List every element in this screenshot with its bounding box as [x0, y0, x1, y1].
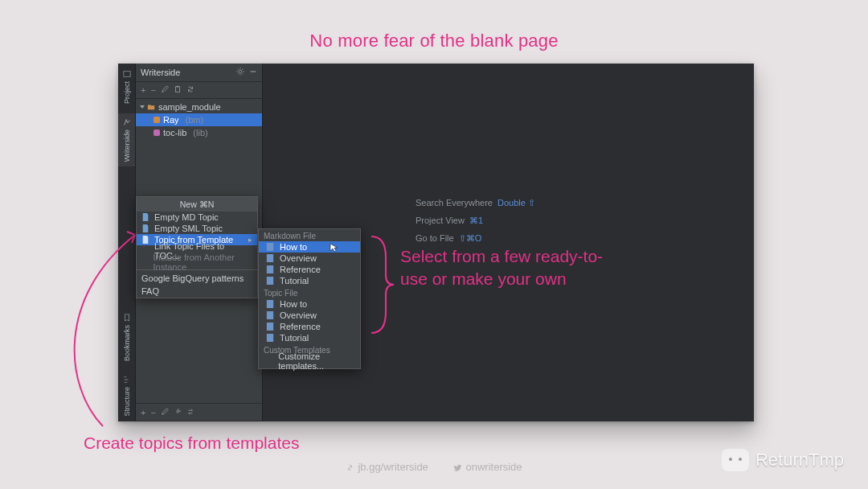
svg-rect-11 — [267, 334, 273, 342]
clipboard-icon[interactable] — [174, 85, 182, 95]
menu-item-empty-md[interactable]: Empty MD Topic — [137, 212, 257, 223]
menu-item-empty-sml[interactable]: Empty SML Topic — [137, 223, 257, 234]
svg-rect-4 — [267, 243, 273, 251]
doc-icon — [141, 213, 149, 221]
sidebar-toolbar-mid: + − — [136, 404, 262, 421]
add-icon[interactable]: + — [141, 85, 145, 95]
svg-rect-5 — [267, 254, 273, 262]
edit-icon[interactable] — [161, 85, 169, 95]
menu-header: New ⌘N — [137, 197, 257, 212]
strip-project[interactable]: Project — [118, 65, 135, 109]
svg-rect-7 — [267, 277, 273, 285]
caption-select: Select from a few ready-to-use or make y… — [400, 245, 609, 291]
new-menu[interactable]: New ⌘N Empty MD Topic Empty SML Topic To… — [136, 196, 258, 298]
topic-icon — [154, 117, 160, 123]
tree-label: Ray — [163, 115, 179, 125]
svg-rect-6 — [267, 265, 273, 273]
twitter-icon — [453, 463, 462, 472]
submenu-item-reference[interactable]: Reference — [259, 264, 360, 275]
project-icon — [123, 70, 131, 78]
tree-item-toclib[interactable]: toc-lib (lib) — [136, 126, 262, 139]
tree-label: sample_module — [158, 102, 221, 112]
footer-link[interactable]: jb.gg/writerside — [339, 459, 434, 475]
gear-icon[interactable] — [236, 68, 244, 77]
submenu-item-tutorial[interactable]: Tutorial — [259, 275, 360, 286]
folder-icon — [147, 103, 155, 111]
cursor-icon — [330, 243, 339, 253]
hide-icon[interactable] — [249, 68, 257, 77]
template-submenu[interactable]: Markdown File How to Overview Reference … — [258, 228, 361, 369]
submenu-group-md: Markdown File — [259, 229, 360, 241]
wechat-icon — [722, 449, 749, 471]
strip-bookmarks[interactable]: Bookmarks — [118, 309, 135, 366]
swap-icon[interactable] — [186, 408, 194, 417]
structure-icon — [123, 376, 131, 384]
footer-twitter[interactable]: onwriterside — [447, 459, 528, 475]
topic-icon — [154, 129, 160, 136]
tree-item-ray[interactable]: Ray (bm) — [136, 113, 262, 126]
tree-module[interactable]: sample_module — [136, 101, 262, 113]
tree: sample_module Ray (bm) toc-lib (lib) — [136, 99, 262, 141]
strip-writerside[interactable]: Writerside — [118, 113, 135, 166]
disclosure-icon[interactable] — [140, 105, 145, 109]
submenu-item-howto2[interactable]: How to — [259, 298, 360, 310]
strip-structure[interactable]: Structure — [118, 371, 135, 421]
sync-icon[interactable] — [186, 85, 194, 95]
submenu-item-tutorial2[interactable]: Tutorial — [259, 332, 360, 343]
headline: No more fear of the blank page — [0, 31, 868, 51]
doc-icon — [141, 224, 149, 232]
svg-point-1 — [239, 70, 242, 73]
link-icon — [346, 463, 354, 472]
editor-placeholder: Search EverywhereDouble ⇧ Project View⌘1… — [416, 194, 535, 247]
svg-rect-2 — [175, 87, 179, 92]
toolwindow-strip: Project Writerside Bookmarks Structure — [118, 64, 136, 421]
watermark: ReturnTmp — [722, 449, 844, 471]
svg-rect-0 — [123, 72, 129, 77]
svg-rect-10 — [267, 323, 273, 331]
menu-item-include-another: Include from Another Instance — [137, 257, 257, 268]
wrench-icon[interactable] — [174, 408, 182, 417]
remove-icon[interactable]: − — [150, 85, 155, 95]
submenu-item-customize[interactable]: Customize templates... — [259, 355, 360, 367]
tree-label: toc-lib — [163, 128, 186, 138]
add-icon[interactable]: + — [141, 408, 145, 417]
sidebar-toolbar-top: + − — [136, 81, 262, 99]
bookmark-icon — [123, 314, 131, 322]
doc-icon — [141, 236, 149, 244]
template-icon — [265, 243, 275, 251]
sidebar-title: Writerside — [141, 68, 231, 77]
submenu-item-reference2[interactable]: Reference — [259, 321, 360, 332]
submenu-item-howto[interactable]: How to — [259, 241, 360, 253]
edit-icon[interactable] — [161, 408, 169, 417]
menu-item-faq[interactable]: FAQ — [137, 285, 257, 298]
remove-icon[interactable]: − — [150, 408, 155, 417]
submenu-item-overview[interactable]: Overview — [259, 253, 360, 264]
svg-rect-8 — [267, 300, 273, 308]
submenu-item-overview2[interactable]: Overview — [259, 310, 360, 321]
menu-item-bigquery[interactable]: Google BigQuery patterns — [137, 272, 257, 285]
sidebar-header: Writerside — [136, 64, 262, 81]
writerside-icon — [123, 118, 131, 126]
caption-templates: Create topics from templates — [84, 432, 299, 454]
submenu-group-topic: Topic File — [259, 286, 360, 298]
svg-rect-9 — [267, 311, 273, 319]
svg-rect-3 — [177, 86, 179, 88]
